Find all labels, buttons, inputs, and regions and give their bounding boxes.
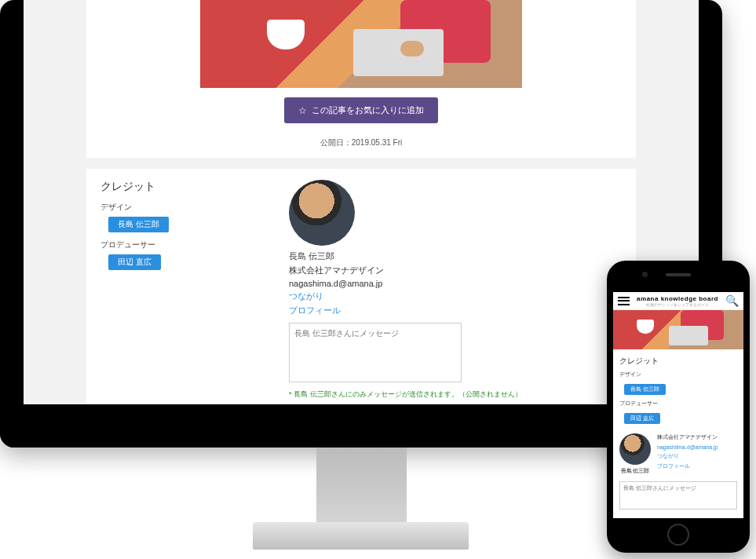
avatar [289,180,355,246]
article-content: ☆ この記事をお気に入りに追加 公開日：2019.05.31 Fri クレジット… [86,0,636,404]
search-icon[interactable]: 🔍 [725,294,739,307]
phone-credit-tag-design[interactable]: 長島 伝三郎 [624,384,666,395]
app-title: amana knowledge board [637,295,718,302]
profile-company: 株式会社アマナデザイン [289,265,622,276]
phone-screen: amana knowledge board 社員のナレッジをシェアするボード 🔍… [613,292,743,518]
hamburger-icon[interactable] [618,294,630,307]
publish-date: 公開日：2019.05.31 Fri [86,137,636,148]
home-button[interactable] [667,524,689,546]
hero-image [200,0,522,88]
phone-connections-link[interactable]: つながり [657,452,737,460]
phone-device: amana knowledge board 社員のナレッジをシェアするボード 🔍… [607,261,750,553]
credit-heading: クレジット [100,180,289,194]
monitor-stand-neck [316,448,407,534]
phone-profile-email[interactable]: nagashiima.d@amana.jp [657,444,737,450]
phone-profile-link[interactable]: プロフィール [657,462,737,470]
phone-role-design: デザイン [619,371,737,378]
phone-hero-image [613,310,743,349]
phone-message-input[interactable] [619,481,737,510]
star-icon: ☆ [298,105,307,116]
role-design-label: デザイン [100,202,289,213]
phone-header: amana knowledge board 社員のナレッジをシェアするボード 🔍 [613,292,743,310]
app-subtitle: 社員のナレッジをシェアするボード [637,302,718,307]
profile-email: nagashima.d@amana.jp [289,279,622,288]
phone-avatar [619,433,651,465]
monitor-stand-base [253,522,469,550]
credit-tag-producer[interactable]: 田辺 直広 [108,254,161,270]
message-note: * 長島 伝三郎さんにのみメッセージが送信されます。（公開されません） [289,389,622,400]
profile-section: 長島 伝三郎 株式会社アマナデザイン nagashima.d@amana.jp … [289,180,622,404]
credit-section: クレジット デザイン 長島 伝三郎 プロデューサー 田辺 直広 [100,180,289,404]
favorite-button[interactable]: ☆ この記事をお気に入りに追加 [284,97,438,123]
role-producer-label: プロデューサー [100,239,289,250]
message-input[interactable] [289,323,462,382]
phone-credit-heading: クレジット [619,356,737,367]
desktop-screen: ☆ この記事をお気に入りに追加 公開日：2019.05.31 Fri クレジット… [24,0,699,404]
phone-avatar-name: 長島 伝三郎 [619,467,651,475]
phone-credit-tag-producer[interactable]: 田辺 直広 [624,413,660,424]
profile-link[interactable]: プロフィール [289,305,622,316]
favorite-button-label: この記事をお気に入りに追加 [312,104,424,116]
phone-role-producer: プロデューサー [619,400,737,407]
credit-tag-design[interactable]: 長島 伝三郎 [108,217,169,232]
profile-name: 長島 伝三郎 [289,250,622,262]
connections-link[interactable]: つながり [289,290,622,302]
phone-profile-company: 株式会社アマナデザイン [657,433,737,441]
